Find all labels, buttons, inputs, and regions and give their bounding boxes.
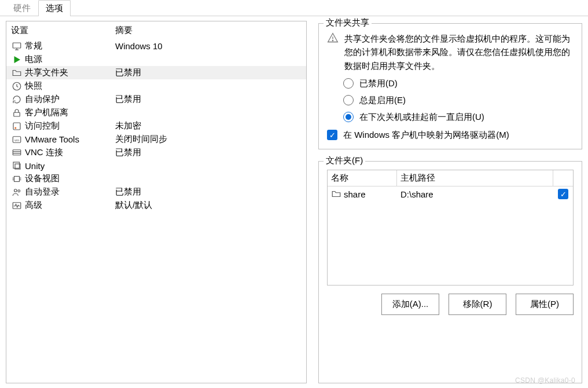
windows-icon (11, 160, 23, 171)
svg-point-20 (18, 189, 20, 192)
radio-always-enabled[interactable]: 总是启用(E) (343, 95, 574, 106)
refresh-icon (11, 94, 23, 105)
settings-row-label: 共享文件夹 (23, 67, 115, 78)
lock-icon (11, 108, 23, 118)
radio-label: 已禁用(D) (359, 78, 398, 89)
group-folders: 文件夹(F) 名称 主机路径 shareD:\share 添加(A)... 移除… (318, 161, 582, 383)
settings-row-summary: 关闭时间同步 (115, 134, 303, 145)
settings-row[interactable]: 快照 (6, 79, 306, 93)
folders-table: 名称 主机路径 shareD:\share (327, 170, 574, 285)
tab-bar: 硬件 选项 (0, 0, 588, 16)
settings-row[interactable]: 常规Windows 10 (6, 39, 306, 53)
settings-row-summary: Windows 10 (115, 41, 303, 51)
svg-rect-12 (13, 162, 20, 169)
settings-row[interactable]: 自动登录已禁用 (6, 185, 306, 199)
user-icon (11, 187, 23, 197)
folders-table-header: 名称 主机路径 (328, 170, 573, 186)
svg-rect-4 (14, 112, 20, 116)
settings-row[interactable]: 客户机隔离 (6, 106, 306, 119)
settings-row-summary: 未加密 (115, 120, 303, 131)
svg-rect-14 (14, 176, 20, 181)
settings-row-label: 客户机隔离 (23, 107, 115, 118)
settings-row[interactable]: 设备视图 (6, 172, 306, 185)
svg-point-19 (14, 189, 17, 192)
radio-icon (343, 112, 354, 122)
settings-row-label: 设备视图 (23, 173, 115, 184)
settings-row-summary: 默认/默认 (115, 200, 303, 211)
settings-row[interactable]: Unity (6, 159, 306, 172)
settings-row[interactable]: VNC 连接已禁用 (6, 146, 306, 159)
settings-row[interactable]: 高级默认/默认 (6, 199, 306, 212)
group-folder-sharing: 文件夹共享 共享文件夹会将您的文件显示给虚拟机中的程序。这可能为您的计算机和数据… (318, 23, 582, 149)
vm-icon: vm (11, 134, 23, 145)
checkbox-map-network-drive[interactable]: 在 Windows 客户机中映射为网络驱动器(M) (327, 130, 574, 141)
radio-icon (343, 95, 354, 105)
radio-icon (343, 78, 354, 89)
svg-point-23 (332, 40, 333, 41)
svg-text:vm: vm (14, 138, 19, 142)
tab-hardware[interactable]: 硬件 (6, 0, 38, 16)
tab-options[interactable]: 选项 (38, 0, 71, 16)
settings-row-summary: 已禁用 (115, 147, 303, 158)
settings-row[interactable]: 电源 (6, 53, 306, 66)
settings-row-label: Unity (23, 161, 115, 171)
group-folders-title: 文件夹(F) (324, 155, 365, 166)
settings-row[interactable]: 共享文件夹已禁用 (6, 66, 306, 79)
column-header-name: 名称 (328, 170, 397, 186)
group-folder-sharing-title: 文件夹共享 (324, 17, 372, 28)
checkbox-icon (327, 130, 337, 140)
settings-list-header: 设置 摘要 (6, 21, 306, 39)
settings-row-label: 电源 (23, 54, 115, 65)
settings-row-label: 快照 (23, 80, 115, 91)
folder-name: share (344, 189, 366, 199)
add-folder-button[interactable]: 添加(A)... (381, 294, 439, 315)
clock-icon (11, 81, 23, 91)
column-header-summary: 摘要 (115, 25, 133, 36)
column-header-hostpath: 主机路径 (397, 170, 553, 186)
pulse-icon (11, 200, 23, 211)
radio-until-poweroff[interactable]: 在下次关机或挂起前一直启用(U) (343, 112, 574, 123)
svg-point-6 (14, 127, 16, 129)
settings-row-summary: 已禁用 (115, 94, 303, 105)
chip-icon (11, 174, 23, 184)
settings-list: 设置 摘要 常规Windows 10电源共享文件夹已禁用快照自动保护已禁用客户机… (6, 21, 307, 383)
settings-row-label: 自动保护 (23, 94, 115, 105)
svg-rect-0 (13, 43, 21, 48)
column-header-setting: 设置 (11, 25, 115, 36)
settings-row-label: 常规 (23, 41, 115, 52)
folder-icon (11, 68, 23, 78)
radio-disabled[interactable]: 已禁用(D) (343, 78, 574, 89)
settings-row-label: VMware Tools (23, 134, 115, 144)
settings-row[interactable]: vmVMware Tools关闭时间同步 (6, 133, 306, 146)
folder-icon (331, 189, 341, 199)
svg-rect-5 (13, 123, 20, 130)
monitor-icon (11, 41, 23, 52)
radio-label: 总是启用(E) (359, 95, 406, 106)
settings-row[interactable]: 访问控制未加密 (6, 119, 306, 133)
settings-row-summary: 已禁用 (115, 186, 303, 197)
settings-row[interactable]: 自动保护已禁用 (6, 93, 306, 106)
settings-row-summary: 已禁用 (115, 67, 303, 78)
settings-row-label: 访问控制 (23, 120, 115, 131)
folder-row[interactable]: shareD:\share (328, 186, 573, 202)
vnc-icon (11, 148, 23, 158)
folder-hostpath: D:\share (397, 187, 553, 202)
settings-row-label: VNC 连接 (23, 147, 115, 158)
shield-icon (11, 121, 23, 131)
sharing-warning-text: 共享文件夹会将您的文件显示给虚拟机中的程序。这可能为您的计算机和数据带来风险。请… (344, 32, 574, 72)
warning-icon (327, 32, 339, 72)
play-icon (11, 54, 23, 65)
settings-row-label: 高级 (23, 200, 115, 211)
radio-label: 在下次关机或挂起前一直启用(U) (359, 112, 484, 123)
remove-folder-button[interactable]: 移除(R) (449, 294, 506, 315)
properties-button[interactable]: 属性(P) (516, 294, 574, 315)
folder-enabled-checkbox[interactable] (558, 189, 568, 199)
checkbox-label: 在 Windows 客户机中映射为网络驱动器(M) (343, 130, 509, 141)
watermark: CSDN @Kalika0-0 (515, 376, 575, 385)
settings-row-label: 自动登录 (23, 186, 115, 197)
svg-rect-9 (13, 149, 21, 155)
